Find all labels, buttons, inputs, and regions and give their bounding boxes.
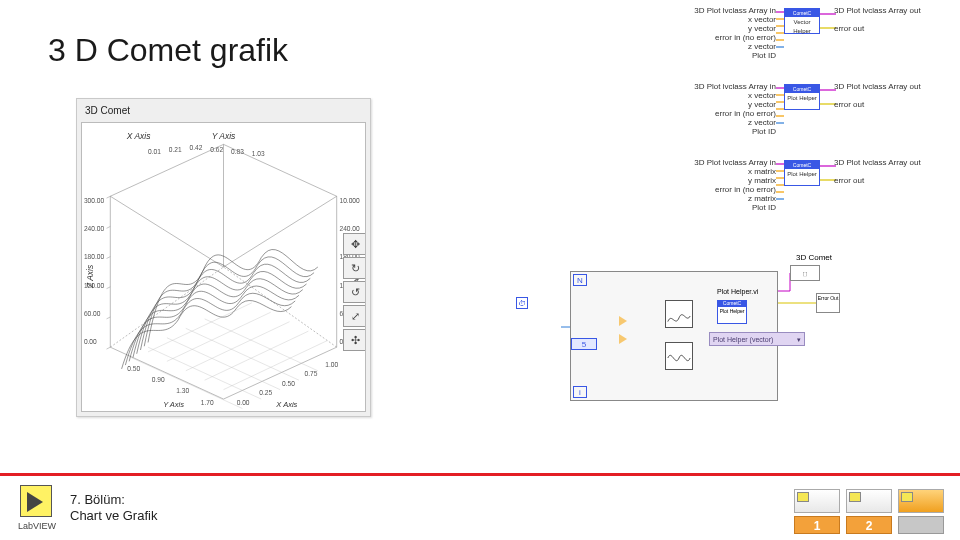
svg-line-12: [107, 257, 111, 259]
multiply-icon: [619, 334, 627, 344]
svg-text:1.03: 1.03: [252, 150, 265, 157]
plot-helper-label: Plot Helper.vi: [717, 288, 758, 295]
svg-line-13: [107, 287, 111, 289]
svg-line-15: [107, 347, 111, 349]
conn1-in-4: z vector: [676, 42, 776, 51]
for-N-terminal: N: [573, 274, 587, 286]
conn3-out-1: error out: [834, 176, 936, 185]
plot-toolbar: ✥ ↻ ↺ ⤢ ✣: [343, 233, 366, 351]
svg-line-14: [107, 317, 111, 319]
courseware-num-1: 1: [794, 516, 840, 534]
svg-text:Y Axis: Y Axis: [163, 400, 184, 409]
plot-panel: 3D Comet: [76, 98, 371, 417]
svg-line-8: [167, 312, 271, 361]
conn3-in-0: 3D Plot lvclass Array in: [676, 158, 776, 167]
conn-block-2: 3D Plot lvclass Array in x vector y vect…: [676, 82, 936, 142]
svg-line-10: [107, 196, 111, 198]
conn1-in-0: 3D Plot lvclass Array in: [676, 6, 776, 15]
polymorphic-selector[interactable]: Plot Helper (vector): [709, 332, 805, 346]
conn2-in-3: error in (no error): [676, 109, 776, 118]
conn-block-3: 3D Plot lvclass Array in x matrix y matr…: [676, 158, 936, 218]
conn2-in-5: Plot ID: [676, 127, 776, 136]
conn3-in-5: Plot ID: [676, 203, 776, 212]
labview-logo-icon: [20, 485, 52, 517]
conn1-in-5: Plot ID: [676, 51, 776, 60]
slide-title: 3 D Comet grafik: [48, 32, 288, 69]
error-out-indicator: Error Out: [816, 293, 840, 313]
footer-line2: Chart ve Grafik: [70, 508, 157, 524]
svg-line-7: [186, 322, 290, 371]
conn1-out-1: error out: [834, 24, 936, 33]
svg-text:60.00: 60.00: [84, 310, 101, 317]
wait-ms-icon: ⏱: [516, 297, 528, 309]
svg-text:10.000: 10.000: [340, 197, 361, 204]
svg-text:Y Axis: Y Axis: [212, 131, 236, 141]
conn1-out-0: 3D Plot lvclass Array out: [834, 6, 936, 15]
plot-tool-pan-icon[interactable]: ✥: [343, 233, 366, 255]
svg-text:1.30: 1.30: [176, 387, 189, 394]
svg-text:180.00: 180.00: [84, 253, 105, 260]
conn3-in-2: y matrix: [676, 176, 776, 185]
conn3-in-1: x matrix: [676, 167, 776, 176]
plot-title: 3D Comet: [81, 103, 366, 118]
courseware-num-2: 2: [846, 516, 892, 534]
svg-text:0.00: 0.00: [237, 399, 250, 406]
footer-section: 7. Bölüm: Chart ve Grafik: [70, 492, 157, 524]
conn2-in-0: 3D Plot lvclass Array in: [676, 82, 776, 91]
svg-text:1.70: 1.70: [201, 399, 214, 406]
plot-tool-zoom-icon[interactable]: ⤢: [343, 305, 366, 327]
svg-text:0.42: 0.42: [190, 144, 203, 151]
subvi-sine-icon: [665, 300, 693, 328]
footer: LabVIEW 7. Bölüm: Chart ve Grafik 1 2: [0, 476, 960, 540]
svg-text:0.25: 0.25: [259, 389, 272, 396]
plot-tool-rot-cw-icon[interactable]: ↻: [343, 257, 366, 279]
comet-indicator-label: 3D Comet: [796, 253, 832, 262]
svg-text:0.21: 0.21: [169, 146, 182, 153]
for-i-terminal: i: [573, 386, 587, 398]
svg-text:0.01: 0.01: [148, 148, 161, 155]
conn2-node: CometC Plot Helper: [784, 84, 820, 110]
svg-text:0.50: 0.50: [282, 380, 295, 387]
svg-text:0.90: 0.90: [152, 376, 165, 383]
svg-text:0.00: 0.00: [84, 338, 97, 345]
plot-tool-reset-icon[interactable]: ✣: [343, 329, 366, 351]
footer-line1: 7. Bölüm:: [70, 492, 157, 508]
plot-tool-rot-ccw-icon[interactable]: ↺: [343, 281, 366, 303]
conn3-out-0: 3D Plot lvclass Array out: [834, 158, 936, 167]
for-loop: N i 5 Plot Helper.vi CometC Plot Helper …: [570, 271, 778, 401]
svg-text:120.00: 120.00: [84, 282, 105, 289]
numeric-constant[interactable]: 5: [571, 338, 597, 350]
courseware-thumb-1: [794, 489, 840, 513]
conn2-out-0: 3D Plot lvclass Array out: [834, 82, 936, 91]
svg-line-6: [205, 331, 309, 380]
plot-canvas[interactable]: Y Axis X Axis Z Axis Z Axis 0.01 0.21 0.…: [81, 122, 366, 412]
labview-text: LabVIEW: [18, 521, 64, 531]
block-diagram: ⏱ N i 5 Plot Helper.vi CometC Plot Helpe…: [536, 255, 846, 425]
conn2-in-2: y vector: [676, 100, 776, 109]
conn2-out-1: error out: [834, 100, 936, 109]
svg-line-5: [224, 341, 328, 390]
courseware-thumbnails: 1 2: [794, 489, 944, 534]
svg-text:0.75: 0.75: [305, 370, 318, 377]
plot-3d-svg: Y Axis X Axis Z Axis Z Axis 0.01 0.21 0.…: [82, 123, 365, 411]
conn-block-1: 3D Plot lvclass Array in x vector y vect…: [676, 6, 936, 66]
svg-text:1.00: 1.00: [325, 361, 338, 368]
svg-line-11: [107, 226, 111, 228]
courseware-thumb-2: [846, 489, 892, 513]
conn1-node: CometC Vector Helper: [784, 8, 820, 34]
svg-text:X Axis: X Axis: [126, 131, 151, 141]
conn1-in-2: y vector: [676, 24, 776, 33]
courseware-num-3: [898, 516, 944, 534]
multiply-icon: [619, 316, 627, 326]
svg-text:0.62: 0.62: [210, 146, 223, 153]
svg-text:240.00: 240.00: [340, 225, 361, 232]
conn2-in-1: x vector: [676, 91, 776, 100]
svg-text:0.83: 0.83: [231, 148, 244, 155]
conn3-node: CometC Plot Helper: [784, 160, 820, 186]
conn3-in-3: error in (no error): [676, 185, 776, 194]
plot-helper-node: CometC Plot Helper: [717, 300, 747, 324]
svg-text:240.00: 240.00: [84, 225, 105, 232]
conn2-in-4: z vector: [676, 118, 776, 127]
courseware-thumb-3: [898, 489, 944, 513]
subvi-cosine-icon: [665, 342, 693, 370]
